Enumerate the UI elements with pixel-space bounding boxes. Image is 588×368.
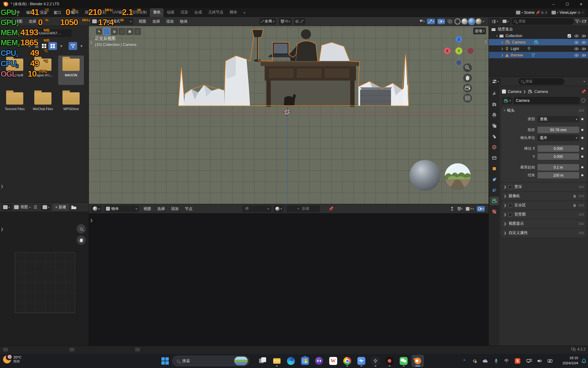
open-image-icon[interactable] xyxy=(71,205,77,209)
back-icon[interactable]: ◀ xyxy=(1,30,7,36)
display-mode-button[interactable] xyxy=(48,42,57,50)
toolbar-expand-arrow[interactable]: ❯ xyxy=(90,218,93,222)
panel-0[interactable]: ❯景深 xyxy=(501,183,586,191)
menu-1[interactable]: 编辑 xyxy=(23,8,37,17)
viewport-menu-0[interactable]: 视图 xyxy=(136,17,149,26)
navigation-gizmo[interactable]: Z X Y xyxy=(444,36,473,65)
viewlayer-selector[interactable]: ▾ ViewLayer ⧉ ✕ xyxy=(550,9,586,16)
animate-dot[interactable] xyxy=(581,166,583,168)
taskbar-app-music-app[interactable] xyxy=(383,355,396,367)
editor-type-button[interactable]: ▾ xyxy=(91,18,101,25)
tab-tool[interactable] xyxy=(490,89,499,98)
options-dropdown[interactable]: 选项▾ xyxy=(473,28,486,34)
viewport-menu-3[interactable]: 物体 xyxy=(177,17,191,26)
sidebar-expand-arrow[interactable]: ❮ xyxy=(484,40,487,44)
panel-1[interactable]: ❯摄像机≣ xyxy=(501,192,586,200)
zoom-button[interactable] xyxy=(463,63,472,72)
datablock-name-field[interactable]: Camera xyxy=(514,97,580,104)
outliner-row-场景集合[interactable]: 场景集合 xyxy=(489,26,588,33)
editor-type-button[interactable]: ▾ xyxy=(2,204,12,211)
viewport-menu-1[interactable]: 选择 xyxy=(149,17,163,26)
tab-output[interactable] xyxy=(490,111,499,119)
panel-2[interactable]: ❯安全区≣ xyxy=(501,201,586,209)
animate-dot[interactable] xyxy=(581,118,583,120)
browse-material-button[interactable]: ▾ xyxy=(274,205,284,212)
pin-icon[interactable]: 📌 xyxy=(536,11,540,15)
shading-dropdown[interactable]: ▾ xyxy=(483,20,484,23)
select-lasso-tool[interactable]: ⬚ xyxy=(119,28,126,35)
tab-object-data-camera[interactable] xyxy=(490,197,499,205)
taskbar-app-wechat[interactable] xyxy=(398,355,410,367)
tab-physics[interactable] xyxy=(490,175,499,184)
tab-texture[interactable] xyxy=(490,207,499,216)
filter-button[interactable] xyxy=(69,42,77,50)
viewport-menu-2[interactable]: 添加 xyxy=(163,17,177,26)
properties-options-dropdown[interactable]: ▾ xyxy=(583,80,585,83)
editor-type-button[interactable]: ▾ xyxy=(91,205,101,212)
insert-keyframe-icon[interactable]: ↥ xyxy=(450,206,454,212)
transform-orientation-dropdown[interactable]: ⤢ 全局▾ xyxy=(260,18,276,25)
menu-0[interactable]: 文件 xyxy=(9,8,23,17)
taskbar-app-file-explorer[interactable] xyxy=(271,355,283,367)
axis-x-negative-handle[interactable] xyxy=(468,48,473,54)
panel-checkbox[interactable] xyxy=(508,185,512,189)
sync-icon[interactable] xyxy=(471,358,478,364)
animate-dot[interactable] xyxy=(581,129,583,131)
panel-5[interactable]: ❯自定义属性 xyxy=(501,229,586,237)
editor-type-button[interactable]: ▾ xyxy=(490,18,500,25)
workspace-tab-11[interactable]: + xyxy=(240,9,248,17)
new-material-button[interactable]: +新建 xyxy=(286,205,320,212)
workspace-tab-5[interactable]: 着色 xyxy=(150,8,164,17)
browse-camera-data-button[interactable]: ▾ xyxy=(502,97,512,104)
shader-menu-1[interactable]: 选择 xyxy=(154,205,168,213)
pan-hand-button[interactable] xyxy=(77,236,86,245)
solid-shading-button[interactable] xyxy=(462,18,468,25)
folder-item-apowersoft[interactable]: Apowersoft xyxy=(1,59,28,77)
axis-z-negative-handle[interactable] xyxy=(456,59,462,65)
overlays-toggle[interactable]: ▾ xyxy=(477,206,485,212)
new-collection-button[interactable] xyxy=(582,19,587,24)
taskbar-app-edge[interactable] xyxy=(285,355,297,367)
taskbar-app-task-view[interactable] xyxy=(257,355,269,367)
panel-grip[interactable] xyxy=(579,204,584,207)
animate-dot[interactable] xyxy=(581,174,583,176)
tray-chevron-up-icon[interactable]: ⌃ xyxy=(461,358,468,364)
outliner-row-thenew[interactable]: ❯thenew xyxy=(489,52,588,58)
snap-toggle[interactable]: ▾ xyxy=(457,207,463,211)
camera-view-button[interactable] xyxy=(463,84,472,93)
workspace-tab-3[interactable]: UV编辑 xyxy=(109,8,128,17)
refresh-icon[interactable]: ⟲ xyxy=(23,30,29,36)
shader-node-canvas[interactable] xyxy=(89,213,488,346)
filter-settings-dropdown[interactable]: ▾ xyxy=(78,43,85,49)
eye-toggle[interactable] xyxy=(574,34,579,37)
animate-dot[interactable] xyxy=(581,155,583,158)
snap-target-dropdown[interactable]: ✕▾ xyxy=(466,207,474,211)
dropdown-0[interactable]: 透视▾ xyxy=(537,116,579,122)
fb-menu-0[interactable]: 视图 xyxy=(12,17,26,26)
tab-object[interactable] xyxy=(490,164,499,173)
number-field-1[interactable]: 50.78 mm xyxy=(537,127,579,133)
fake-user-shield-icon[interactable] xyxy=(581,98,586,103)
sogou-icon[interactable]: S xyxy=(514,358,521,364)
preset-list-icon[interactable]: ≣ xyxy=(573,203,576,208)
workspace-tab-6[interactable]: 动画 xyxy=(164,8,177,17)
menu-3[interactable]: 窗口 xyxy=(51,8,64,17)
number-field-6[interactable]: 100 m xyxy=(537,172,579,178)
panel-grip[interactable] xyxy=(579,186,584,188)
eye-toggle[interactable] xyxy=(574,54,579,57)
workspace-tab-2[interactable]: 雕刻 xyxy=(96,8,109,17)
tab-world[interactable] xyxy=(490,143,499,151)
minimize-button[interactable]: ─ xyxy=(547,0,560,8)
material-preview-shading-button[interactable] xyxy=(469,18,475,25)
breadcrumb-object[interactable]: Camera xyxy=(508,90,521,94)
expand-arrow[interactable]: ❯ xyxy=(501,54,503,57)
taskbar-app-game-client[interactable] xyxy=(369,355,382,367)
panel-grip[interactable] xyxy=(579,222,584,225)
cam-toggle[interactable] xyxy=(582,47,586,50)
notification-bell-icon[interactable] xyxy=(580,358,587,364)
shader-type-dropdown[interactable]: 物体▾ xyxy=(104,205,139,212)
menu-2[interactable]: 渲染 xyxy=(37,8,51,17)
panel-grip[interactable] xyxy=(579,213,584,216)
rendered-shading-button[interactable] xyxy=(476,18,482,25)
taskbar-app-thunder[interactable] xyxy=(355,355,368,367)
